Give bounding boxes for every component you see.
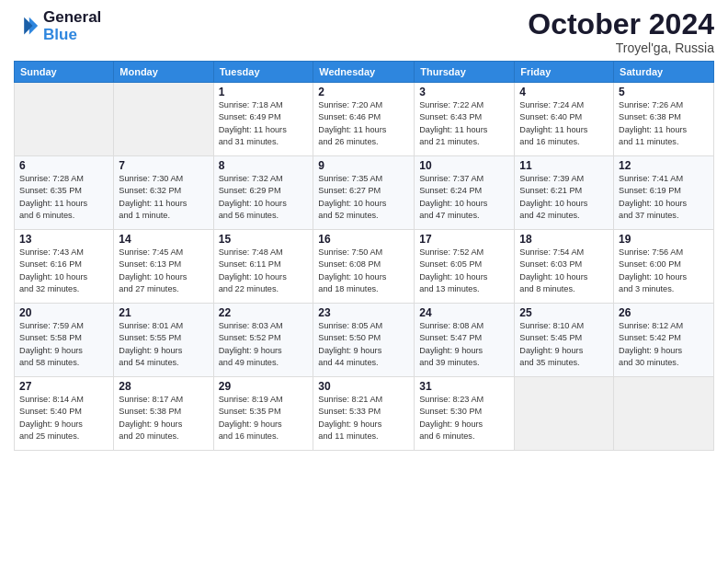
- day-info: Sunrise: 8:19 AM Sunset: 5:35 PM Dayligh…: [219, 394, 309, 442]
- day-info: Sunrise: 7:50 AM Sunset: 6:08 PM Dayligh…: [318, 247, 409, 295]
- day-number: 4: [519, 86, 609, 98]
- day-number: 10: [419, 159, 509, 172]
- day-number: 24: [419, 306, 509, 319]
- calendar-cell: 25Sunrise: 8:10 AM Sunset: 5:45 PM Dayli…: [515, 304, 614, 377]
- calendar-table: SundayMondayTuesdayWednesdayThursdayFrid…: [14, 61, 714, 451]
- day-number: 19: [619, 233, 709, 246]
- day-info: Sunrise: 7:18 AM Sunset: 6:49 PM Dayligh…: [219, 99, 309, 148]
- day-info: Sunrise: 7:32 AM Sunset: 6:29 PM Dayligh…: [219, 173, 309, 222]
- day-info: Sunrise: 7:37 AM Sunset: 6:24 PM Dayligh…: [419, 173, 509, 222]
- day-number: 1: [219, 86, 309, 98]
- calendar-cell: 14Sunrise: 7:45 AM Sunset: 6:13 PM Dayli…: [114, 230, 213, 304]
- weekday-header-row: SundayMondayTuesdayWednesdayThursdayFrid…: [15, 62, 714, 83]
- day-info: Sunrise: 8:14 AM Sunset: 5:40 PM Dayligh…: [19, 394, 108, 442]
- day-info: Sunrise: 7:26 AM Sunset: 6:38 PM Dayligh…: [619, 99, 709, 148]
- day-info: Sunrise: 7:39 AM Sunset: 6:21 PM Dayligh…: [519, 173, 609, 222]
- day-number: 23: [318, 306, 409, 319]
- calendar-week-row: 1Sunrise: 7:18 AM Sunset: 6:49 PM Daylig…: [15, 83, 714, 156]
- calendar-cell: [515, 377, 614, 451]
- calendar-cell: [614, 377, 714, 451]
- day-info: Sunrise: 7:52 AM Sunset: 6:05 PM Dayligh…: [419, 247, 509, 295]
- calendar-cell: 11Sunrise: 7:39 AM Sunset: 6:21 PM Dayli…: [515, 156, 614, 230]
- day-number: 22: [219, 306, 309, 319]
- calendar-cell: 19Sunrise: 7:56 AM Sunset: 6:00 PM Dayli…: [614, 230, 714, 304]
- day-number: 3: [419, 86, 509, 98]
- calendar-cell: 2Sunrise: 7:20 AM Sunset: 6:46 PM Daylig…: [313, 83, 415, 156]
- day-number: 8: [219, 159, 309, 172]
- calendar-cell: 29Sunrise: 8:19 AM Sunset: 5:35 PM Dayli…: [213, 377, 313, 451]
- day-number: 14: [119, 233, 208, 246]
- day-info: Sunrise: 7:54 AM Sunset: 6:03 PM Dayligh…: [519, 247, 609, 295]
- day-info: Sunrise: 7:35 AM Sunset: 6:27 PM Dayligh…: [318, 173, 409, 222]
- day-info: Sunrise: 7:20 AM Sunset: 6:46 PM Dayligh…: [318, 99, 409, 148]
- day-number: 2: [318, 86, 409, 98]
- day-info: Sunrise: 7:45 AM Sunset: 6:13 PM Dayligh…: [119, 247, 208, 295]
- day-number: 6: [19, 159, 108, 172]
- calendar-cell: 22Sunrise: 8:03 AM Sunset: 5:52 PM Dayli…: [213, 304, 313, 377]
- calendar-cell: 15Sunrise: 7:48 AM Sunset: 6:11 PM Dayli…: [213, 230, 313, 304]
- location: Troyel'ga, Russia: [528, 40, 714, 55]
- calendar-week-row: 13Sunrise: 7:43 AM Sunset: 6:16 PM Dayli…: [15, 230, 714, 304]
- day-number: 26: [619, 306, 709, 319]
- month-title: October 2024: [528, 9, 714, 39]
- day-number: 12: [619, 159, 709, 172]
- calendar-cell: [114, 83, 213, 156]
- calendar-cell: 3Sunrise: 7:22 AM Sunset: 6:43 PM Daylig…: [415, 83, 515, 156]
- calendar-cell: 31Sunrise: 8:23 AM Sunset: 5:30 PM Dayli…: [415, 377, 515, 451]
- day-info: Sunrise: 8:08 AM Sunset: 5:47 PM Dayligh…: [419, 320, 509, 369]
- day-info: Sunrise: 8:05 AM Sunset: 5:50 PM Dayligh…: [318, 320, 409, 369]
- calendar-cell: 4Sunrise: 7:24 AM Sunset: 6:40 PM Daylig…: [515, 83, 614, 156]
- calendar-cell: 6Sunrise: 7:28 AM Sunset: 6:35 PM Daylig…: [15, 156, 114, 230]
- calendar-cell: 10Sunrise: 7:37 AM Sunset: 6:24 PM Dayli…: [415, 156, 515, 230]
- calendar-cell: 30Sunrise: 8:21 AM Sunset: 5:33 PM Dayli…: [313, 377, 415, 451]
- calendar-cell: 23Sunrise: 8:05 AM Sunset: 5:50 PM Dayli…: [313, 304, 415, 377]
- calendar-week-row: 6Sunrise: 7:28 AM Sunset: 6:35 PM Daylig…: [15, 156, 714, 230]
- day-info: Sunrise: 7:24 AM Sunset: 6:40 PM Dayligh…: [519, 99, 609, 148]
- day-number: 27: [19, 380, 108, 393]
- title-block: October 2024 Troyel'ga, Russia: [528, 9, 714, 55]
- calendar-cell: 8Sunrise: 7:32 AM Sunset: 6:29 PM Daylig…: [213, 156, 313, 230]
- calendar-cell: 18Sunrise: 7:54 AM Sunset: 6:03 PM Dayli…: [515, 230, 614, 304]
- day-number: 30: [318, 380, 409, 393]
- day-number: 7: [119, 159, 208, 172]
- calendar-cell: 12Sunrise: 7:41 AM Sunset: 6:19 PM Dayli…: [614, 156, 714, 230]
- day-info: Sunrise: 7:30 AM Sunset: 6:32 PM Dayligh…: [119, 173, 208, 222]
- day-number: 16: [318, 233, 409, 246]
- weekday-header: Thursday: [415, 62, 515, 83]
- day-number: 15: [219, 233, 309, 246]
- calendar-cell: 24Sunrise: 8:08 AM Sunset: 5:47 PM Dayli…: [415, 304, 515, 377]
- calendar-week-row: 27Sunrise: 8:14 AM Sunset: 5:40 PM Dayli…: [15, 377, 714, 451]
- calendar-week-row: 20Sunrise: 7:59 AM Sunset: 5:58 PM Dayli…: [15, 304, 714, 377]
- day-info: Sunrise: 8:01 AM Sunset: 5:55 PM Dayligh…: [119, 320, 208, 369]
- day-info: Sunrise: 8:03 AM Sunset: 5:52 PM Dayligh…: [219, 320, 309, 369]
- weekday-header: Monday: [114, 62, 213, 83]
- calendar-cell: 21Sunrise: 8:01 AM Sunset: 5:55 PM Dayli…: [114, 304, 213, 377]
- calendar-cell: 16Sunrise: 7:50 AM Sunset: 6:08 PM Dayli…: [313, 230, 415, 304]
- calendar-cell: 13Sunrise: 7:43 AM Sunset: 6:16 PM Dayli…: [15, 230, 114, 304]
- day-info: Sunrise: 7:22 AM Sunset: 6:43 PM Dayligh…: [419, 99, 509, 148]
- day-info: Sunrise: 7:41 AM Sunset: 6:19 PM Dayligh…: [619, 173, 709, 222]
- day-info: Sunrise: 8:10 AM Sunset: 5:45 PM Dayligh…: [519, 320, 609, 369]
- calendar-cell: 17Sunrise: 7:52 AM Sunset: 6:05 PM Dayli…: [415, 230, 515, 304]
- calendar-cell: 27Sunrise: 8:14 AM Sunset: 5:40 PM Dayli…: [15, 377, 114, 451]
- calendar-cell: 20Sunrise: 7:59 AM Sunset: 5:58 PM Dayli…: [15, 304, 114, 377]
- day-info: Sunrise: 7:59 AM Sunset: 5:58 PM Dayligh…: [19, 320, 108, 369]
- page: General Blue October 2024 Troyel'ga, Rus…: [0, 0, 728, 563]
- calendar-cell: 7Sunrise: 7:30 AM Sunset: 6:32 PM Daylig…: [114, 156, 213, 230]
- weekday-header: Friday: [515, 62, 614, 83]
- day-number: 5: [619, 86, 709, 98]
- day-number: 18: [519, 233, 609, 246]
- day-number: 17: [419, 233, 509, 246]
- day-number: 31: [419, 380, 509, 393]
- day-number: 28: [119, 380, 208, 393]
- weekday-header: Saturday: [614, 62, 714, 83]
- day-info: Sunrise: 7:28 AM Sunset: 6:35 PM Dayligh…: [19, 173, 108, 222]
- weekday-header: Wednesday: [313, 62, 415, 83]
- day-number: 21: [119, 306, 208, 319]
- calendar-cell: [15, 83, 114, 156]
- logo-icon: [14, 14, 40, 40]
- logo-general: General: [43, 8, 101, 26]
- day-number: 9: [318, 159, 409, 172]
- day-info: Sunrise: 7:43 AM Sunset: 6:16 PM Dayligh…: [19, 247, 108, 295]
- logo: General Blue: [14, 9, 101, 43]
